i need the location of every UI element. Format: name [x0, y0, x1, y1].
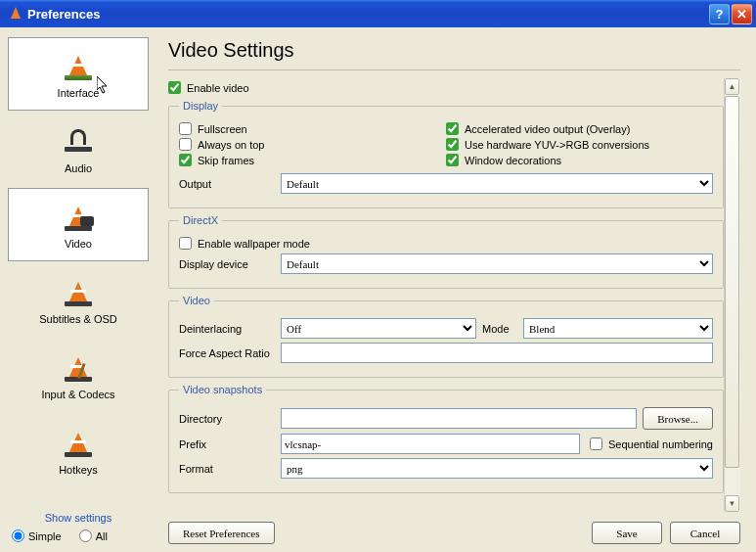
- radio-all-input[interactable]: [79, 529, 92, 542]
- sidebar-item-label: Subtitles & OSD: [39, 313, 116, 325]
- subtitles-icon: [59, 276, 98, 309]
- display-legend: Display: [179, 100, 222, 112]
- save-button[interactable]: Save: [592, 522, 662, 544]
- snapshots-group: Video snapshots Directory Browse... Pref…: [168, 384, 724, 493]
- sidebar-item-label: Interface: [58, 87, 100, 99]
- deinterlacing-select[interactable]: Off: [281, 318, 476, 339]
- yuv-rgb-checkbox[interactable]: Use hardware YUV->RGB conversions: [446, 138, 713, 151]
- title-bar: Preferences ? ✕: [0, 0, 756, 27]
- scroll-down-button[interactable]: ▼: [725, 495, 739, 512]
- format-select[interactable]: png: [281, 458, 713, 479]
- help-button[interactable]: ?: [709, 4, 730, 24]
- enable-video-checkbox[interactable]: Enable video: [168, 81, 724, 94]
- deinterlacing-label: Deinterlacing: [179, 323, 275, 335]
- reset-preferences-button[interactable]: Reset Preferences: [168, 522, 275, 544]
- directory-label: Directory: [179, 413, 275, 425]
- directx-group: DirectX Enable wallpaper mode Display de…: [168, 214, 724, 289]
- accel-output-checkbox[interactable]: Accelerated video output (Overlay): [446, 122, 713, 135]
- sidebar-item-label: Input & Codecs: [41, 389, 114, 400]
- browse-button[interactable]: Browse...: [643, 407, 713, 430]
- sidebar-item-input-codecs[interactable]: Input & Codecs: [8, 339, 149, 412]
- scroll-thumb[interactable]: [725, 96, 739, 468]
- wallpaper-mode-checkbox[interactable]: Enable wallpaper mode: [179, 237, 713, 250]
- main-panel: Video Settings Enable video Display Full…: [156, 27, 756, 552]
- directory-input[interactable]: [281, 408, 637, 429]
- radio-simple[interactable]: Simple: [12, 529, 62, 542]
- prefix-label: Prefix: [179, 438, 275, 450]
- sidebar-item-label: Audio: [65, 162, 92, 174]
- mode-label: Mode: [482, 323, 517, 335]
- directx-legend: DirectX: [179, 214, 222, 226]
- display-group: Display Fullscreen Always on top Skip fr…: [168, 100, 724, 208]
- output-label: Output: [179, 178, 275, 190]
- display-device-select[interactable]: Default: [281, 253, 713, 274]
- format-label: Format: [179, 463, 275, 475]
- force-aspect-label: Force Aspect Ratio: [179, 347, 275, 359]
- page-title: Video Settings: [168, 39, 740, 70]
- cancel-button[interactable]: Cancel: [670, 522, 740, 544]
- sidebar-item-interface[interactable]: Interface: [8, 37, 149, 111]
- category-sidebar: Interface Audio Video Subtitles & OSD In…: [0, 27, 156, 552]
- radio-simple-input[interactable]: [12, 529, 24, 542]
- video-legend: Video: [179, 295, 214, 306]
- always-on-top-checkbox[interactable]: Always on top: [179, 138, 446, 151]
- prefix-input[interactable]: [281, 434, 580, 454]
- output-select[interactable]: Default: [281, 173, 713, 194]
- vlc-cone-icon: [8, 6, 23, 22]
- window-title: Preferences: [27, 7, 707, 22]
- snapshots-legend: Video snapshots: [179, 384, 266, 395]
- sidebar-item-hotkeys[interactable]: Hotkeys: [8, 414, 149, 487]
- window-decorations-checkbox[interactable]: Window decorations: [446, 154, 713, 166]
- sidebar-item-subtitles[interactable]: Subtitles & OSD: [8, 263, 149, 337]
- audio-icon: [59, 125, 98, 159]
- video-group: Video Deinterlacing Off Mode Blend Force…: [168, 295, 724, 378]
- interface-icon: [59, 50, 98, 83]
- skip-frames-checkbox[interactable]: Skip frames: [179, 154, 446, 166]
- sidebar-item-audio[interactable]: Audio: [8, 113, 149, 186]
- display-device-label: Display device: [179, 258, 275, 270]
- sequential-numbering-checkbox[interactable]: Sequential numbering: [590, 437, 713, 450]
- force-aspect-input[interactable]: [281, 343, 713, 363]
- show-settings-label: Show settings: [8, 512, 149, 524]
- fullscreen-checkbox[interactable]: Fullscreen: [179, 122, 446, 135]
- mode-select[interactable]: Blend: [523, 318, 713, 339]
- radio-all[interactable]: All: [79, 529, 108, 542]
- codecs-icon: [59, 351, 98, 385]
- scroll-up-button[interactable]: ▲: [725, 78, 739, 95]
- close-button[interactable]: ✕: [732, 4, 752, 24]
- hotkeys-icon: [59, 427, 98, 460]
- vertical-scrollbar[interactable]: ▲ ▼: [724, 78, 740, 512]
- sidebar-item-label: Video: [65, 238, 92, 250]
- sidebar-item-label: Hotkeys: [59, 464, 98, 476]
- sidebar-item-video[interactable]: Video: [8, 188, 149, 261]
- video-icon: [59, 201, 98, 234]
